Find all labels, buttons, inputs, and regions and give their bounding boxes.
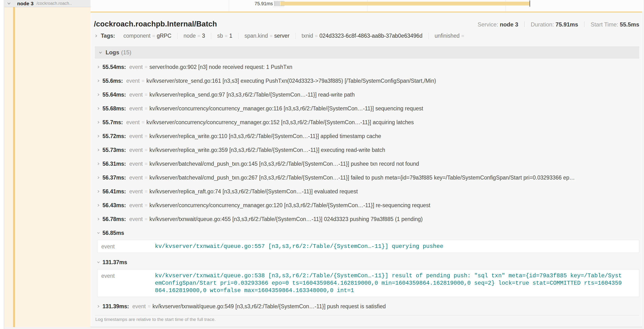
tag-key: sb bbox=[217, 33, 223, 39]
tag-equals: = bbox=[225, 33, 228, 38]
tag-key: txnid bbox=[302, 33, 313, 39]
log-row-expanded-header[interactable]: 131.37ms bbox=[95, 255, 639, 269]
log-equals: = bbox=[145, 202, 148, 208]
chevron-right-icon bbox=[97, 305, 100, 308]
log-field-value: kv/kvserver/txnwait/queue.go:538 [n3,s3,… bbox=[155, 272, 622, 294]
tag-item[interactable]: span.kind=server bbox=[238, 33, 296, 39]
chevron-right-icon bbox=[97, 190, 100, 193]
log-equals: = bbox=[145, 133, 148, 139]
log-timestamp: 55.72ms: bbox=[102, 133, 126, 140]
logs-accordion-header[interactable]: Logs (15) bbox=[95, 46, 639, 59]
tag-key: unfinished bbox=[434, 33, 460, 39]
tag-item[interactable]: unfinished= bbox=[428, 33, 472, 39]
tag-value: 024d3323-6c8f-4863-aa8b-37ab0e63496d bbox=[320, 33, 422, 39]
log-field-key: event bbox=[126, 119, 140, 126]
log-field-value: kv/kvserver/batcheval/cmd_push_txn.go:14… bbox=[150, 161, 419, 167]
log-field-value: server/node.go:902 [n3] node received re… bbox=[150, 64, 292, 70]
left-panel-gutter bbox=[0, 0, 4, 329]
log-row[interactable]: 55.54ms:event=server/node.go:902 [n3] no… bbox=[95, 60, 639, 74]
tag-equals: = bbox=[197, 33, 200, 38]
chevron-right-icon bbox=[97, 148, 100, 152]
chevron-down-icon bbox=[99, 51, 102, 54]
log-field-value: kv/kvserver/replica_write.go:359 [n3,s3,… bbox=[150, 147, 385, 153]
tag-item[interactable]: sb=1 bbox=[211, 33, 238, 39]
log-field-value: kv/kvserver/txnwait/queue.go:455 [n3,s3,… bbox=[150, 216, 423, 222]
log-timestamp: 55.73ms: bbox=[102, 147, 126, 153]
log-field-key: event bbox=[101, 272, 155, 294]
span-end-marker bbox=[530, 0, 530, 7]
logs-section: Logs (15) 55.54ms:event=server/node.go:9… bbox=[95, 46, 639, 324]
log-timestamp: 55.7ms: bbox=[102, 119, 123, 126]
log-field-key: event bbox=[129, 64, 142, 70]
log-row-expanded-header[interactable]: 56.85ms bbox=[95, 226, 639, 240]
log-timestamp: 55.6ms: bbox=[102, 78, 123, 84]
log-timestamp: 55.64ms: bbox=[102, 92, 126, 98]
log-equals: = bbox=[145, 64, 148, 70]
log-row[interactable]: 55.73ms:event=kv/kvserver/replica_write.… bbox=[95, 143, 639, 157]
log-row[interactable]: 55.72ms:event=kv/kvserver/replica_write.… bbox=[95, 129, 639, 143]
log-field-value: kv/kvserver/store_send.go:161 [n3,s3] ex… bbox=[146, 78, 436, 84]
log-equals: = bbox=[145, 188, 148, 194]
log-row[interactable]: 55.64ms:event=kv/kvserver/replica_send.g… bbox=[95, 88, 639, 102]
log-row[interactable]: 56.31ms:event=kv/kvserver/batcheval/cmd_… bbox=[95, 157, 639, 171]
tags-accordion[interactable]: Tags: component=gRPCnode=3sb=1span.kind=… bbox=[90, 31, 642, 45]
span-duration-label: 75.91ms bbox=[254, 1, 273, 6]
tag-list: component=gRPCnode=3sb=1span.kind=server… bbox=[118, 33, 472, 39]
logs-count: (15) bbox=[121, 49, 131, 56]
tag-value: server bbox=[274, 33, 289, 39]
log-field-value: kv/kvserver/txnwait/queue.go:549 [n3,s3,… bbox=[152, 303, 386, 310]
chevron-right-icon bbox=[97, 204, 100, 207]
log-field-key: event bbox=[101, 243, 155, 250]
span-timeline-cell: 75.91ms bbox=[90, 0, 644, 12]
log-equals: = bbox=[145, 216, 148, 222]
log-field-key: event bbox=[129, 174, 142, 181]
chevron-right-icon bbox=[97, 65, 100, 69]
log-row[interactable]: 55.7ms:event=kv/kvserver/concurrency/con… bbox=[95, 116, 639, 129]
log-row[interactable]: 56.78ms:event=kv/kvserver/txnwait/queue.… bbox=[95, 212, 639, 226]
log-field-key: event bbox=[129, 106, 142, 112]
log-detail-box: eventkv/kvserver/txnwait/queue.go:538 [n… bbox=[97, 269, 639, 297]
tag-item[interactable]: txnid=024d3323-6c8f-4863-aa8b-37ab0e6349… bbox=[295, 33, 428, 39]
tag-item[interactable]: node=3 bbox=[177, 33, 211, 39]
log-row[interactable]: 56.43ms:event=kv/kvserver/concurrency/co… bbox=[95, 198, 639, 212]
log-field-value: kv/kvserver/concurrency/concurrency_mana… bbox=[146, 119, 414, 126]
service-value: node 3 bbox=[500, 21, 518, 28]
duration-label: Duration: bbox=[531, 21, 554, 28]
log-field-value: kv/kvserver/concurrency/concurrency_mana… bbox=[150, 202, 430, 208]
log-timestamp: 56.41ms: bbox=[102, 188, 126, 195]
log-field-key: event bbox=[132, 303, 146, 310]
span-detail-meta: Service: node 3 Duration: 75.91ms Start … bbox=[478, 21, 639, 28]
log-timestamp: 55.68ms: bbox=[102, 106, 126, 112]
log-row[interactable]: 56.37ms:event=kv/kvserver/batcheval/cmd_… bbox=[95, 171, 639, 184]
log-row[interactable]: 56.41ms:event=kv/kvserver/replica_raft.g… bbox=[95, 184, 639, 198]
tag-key: component bbox=[124, 33, 151, 39]
chevron-right-icon bbox=[97, 121, 100, 124]
tag-equals: = bbox=[152, 33, 155, 38]
chevron-down-icon bbox=[7, 2, 11, 6]
log-entries: 55.54ms:event=server/node.go:902 [n3] no… bbox=[95, 59, 639, 313]
chevron-right-icon bbox=[94, 34, 98, 38]
tag-equals: = bbox=[461, 33, 464, 38]
log-timestamp: 56.31ms: bbox=[102, 161, 126, 167]
log-row[interactable]: 55.68ms:event=kv/kvserver/concurrency/co… bbox=[95, 102, 639, 116]
service-color-stripe bbox=[13, 0, 15, 327]
tag-item[interactable]: component=gRPC bbox=[118, 33, 177, 39]
log-field-value: kv/kvserver/replica_send.go:97 [n3,s3,r6… bbox=[150, 92, 355, 98]
log-row[interactable]: 55.6ms:event=kv/kvserver/store_send.go:1… bbox=[95, 74, 639, 88]
chevron-right-icon bbox=[97, 134, 100, 138]
log-field-key: event bbox=[129, 202, 142, 208]
log-field-value: kv/kvserver/replica_raft.go:74 [n3,s3,r6… bbox=[150, 188, 358, 195]
timeline-gridline bbox=[229, 0, 229, 12]
start-time-value: 55.5ms bbox=[620, 21, 639, 28]
log-equals: = bbox=[145, 92, 148, 98]
log-row[interactable]: 131.39ms:event=kv/kvserver/txnwait/queue… bbox=[95, 300, 639, 313]
span-name-cell[interactable]: node 3 /cockroach.roach… bbox=[4, 0, 90, 7]
span-service-name: node 3 bbox=[17, 1, 34, 6]
log-field-key: event bbox=[126, 78, 140, 84]
chevron-right-icon bbox=[97, 107, 100, 110]
span-duration-bar[interactable] bbox=[280, 2, 530, 6]
log-detail-box: eventkv/kvserver/txnwait/queue.go:557 [n… bbox=[97, 240, 639, 253]
tag-key: node bbox=[184, 33, 196, 39]
chevron-right-icon bbox=[97, 218, 100, 221]
log-equals: = bbox=[148, 304, 151, 309]
